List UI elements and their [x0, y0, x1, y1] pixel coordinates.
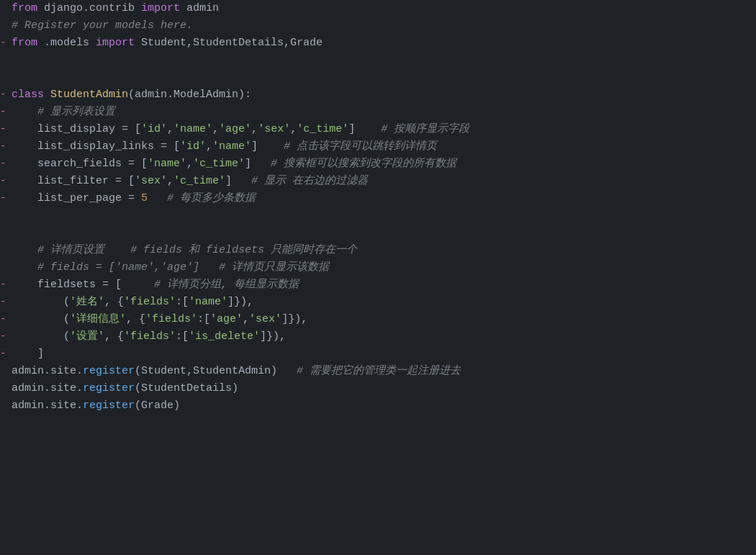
code-line: - ('详细信息', {'fields':['age','sex']}), [0, 311, 756, 328]
line-content: ('详细信息', {'fields':['age','sex']}), [9, 311, 756, 328]
token-kw-plain: ] [12, 348, 44, 360]
token-kw-string: 'name' [212, 140, 251, 153]
line-content: # Register your models here. [9, 17, 756, 34]
token-kw-comment-cn: # 搜索框可以搜索到改字段的所有数据 [271, 158, 456, 170]
token-kw-string: 'name' [189, 296, 228, 308]
token-kw-comment-cn: # fields = ['name','age'] # 详情页只显示该数据 [37, 261, 329, 274]
token-kw-plain: , [206, 140, 212, 153]
token-kw-register: register [83, 382, 135, 394]
line-content: ] [9, 346, 756, 362]
line-indicator: - [0, 139, 6, 155]
token-kw-plain: , [212, 123, 219, 135]
token-kw-plain: , [243, 313, 249, 325]
line-content: # fields = ['name','age'] # 详情页只显示该数据 [9, 259, 756, 276]
code-line: - list_display = ['id','name','age','sex… [0, 121, 756, 138]
token-kw-plain [12, 261, 37, 274]
token-kw-plain: , { [104, 296, 124, 308]
token-kw-string: 'name' [148, 158, 186, 170]
token-kw-plain [44, 89, 50, 101]
line-indicator: - [0, 104, 6, 120]
code-editor: from django.contrib import admin# Regist… [0, 0, 756, 555]
token-kw-plain: , { [104, 330, 124, 343]
token-kw-class-def: class [12, 89, 44, 101]
line-indicator: - [0, 277, 6, 293]
token-kw-plain: :[ [197, 313, 210, 325]
token-kw-plain [12, 106, 37, 118]
code-line: # 详情页设置 # fields 和 fieldsets 只能同时存在一个 [0, 242, 756, 259]
token-kw-plain: .models [37, 37, 96, 49]
token-kw-plain: fieldsets = [ [12, 279, 154, 291]
code-line: admin.site.register(Grade) [0, 397, 756, 415]
token-kw-string: '详细信息' [70, 313, 126, 325]
token-kw-plain: (admin.ModelAdmin): [128, 89, 251, 101]
line-content: search_fields = ['name','c_time'] # 搜索框可… [9, 155, 756, 172]
line-content: list_filter = ['sex','c_time'] # 显示 在右边的… [9, 173, 756, 189]
line-indicator: - [0, 294, 6, 310]
code-line: from django.contrib import admin [0, 0, 756, 17]
token-kw-plain: ] [348, 123, 381, 135]
code-line: -from .models import Student,StudentDeta… [0, 35, 756, 52]
token-kw-register: register [83, 400, 135, 412]
line-content: admin.site.register(Student,StudentAdmin… [9, 363, 756, 379]
token-kw-plain: list_display_links = [ [12, 140, 180, 153]
token-kw-string: 'is_delete' [189, 330, 260, 343]
token-kw-comment-cn: # 点击该字段可以跳转到详情页 [284, 140, 437, 153]
line-content: from .models import Student,StudentDetai… [9, 35, 756, 51]
code-line [0, 207, 756, 225]
line-indicator: - [0, 87, 6, 103]
line-content: list_per_page = 5 # 每页多少条数据 [9, 190, 756, 207]
code-line: # fields = ['name','age'] # 详情页只显示该数据 [0, 259, 756, 276]
token-kw-comment-cn: # 按顺序显示字段 [381, 123, 469, 135]
token-kw-string: 'id' [141, 123, 167, 135]
line-content [9, 52, 756, 68]
code-line [0, 225, 756, 242]
code-line: - fieldsets = [ # 详情页分组, 每组显示数据 [0, 276, 756, 294]
token-kw-comment-cn: # 显示列表设置 [37, 106, 115, 118]
token-kw-plain [12, 244, 37, 256]
line-indicator: - [0, 346, 6, 362]
line-content: fieldsets = [ # 详情页分组, 每组显示数据 [9, 276, 756, 293]
code-line: admin.site.register(StudentDetails) [0, 380, 756, 397]
token-kw-plain: django.contrib [37, 2, 141, 14]
line-content: # 显示列表设置 [9, 104, 756, 120]
token-kw-plain: admin.site. [12, 382, 83, 394]
token-kw-string: 'fields' [145, 313, 197, 325]
token-kw-comment-cn: # 每页多少条数据 [167, 192, 256, 204]
line-content: list_display = ['id','name','age','sex',… [9, 121, 756, 137]
line-content: admin.site.register(StudentDetails) [9, 380, 756, 397]
token-kw-plain: ( [12, 313, 70, 325]
token-kw-plain: ( [12, 330, 70, 343]
token-kw-keyword: import [96, 37, 135, 49]
line-content [9, 207, 756, 224]
code-line: - list_per_page = 5 # 每页多少条数据 [0, 190, 756, 207]
line-indicator: - [0, 122, 6, 137]
token-kw-comment-cn: # 详情页分组, 每组显示数据 [154, 279, 299, 291]
token-kw-plain: , [167, 123, 174, 135]
token-kw-string: '设置' [70, 330, 104, 343]
token-kw-plain: :[ [176, 330, 189, 343]
token-kw-plain: ( [12, 296, 70, 308]
token-kw-plain: admin.site. [12, 365, 83, 377]
token-kw-plain: ] [225, 175, 251, 187]
token-kw-plain [148, 192, 167, 204]
token-kw-plain: ]}), [228, 296, 253, 308]
token-kw-string: 'fields' [124, 296, 176, 308]
token-kw-plain: :[ [176, 296, 189, 308]
code-line: -class StudentAdmin(admin.ModelAdmin): [0, 86, 756, 104]
token-kw-comment-cn: # 显示 在右边的过滤器 [251, 175, 368, 187]
token-kw-plain: ]}), [260, 330, 286, 343]
token-kw-plain: , [251, 123, 258, 135]
code-line: - search_fields = ['name','c_time'] # 搜索… [0, 155, 756, 173]
token-kw-string: 'c_time' [174, 175, 225, 187]
code-line: - ] [0, 346, 756, 363]
line-content [9, 69, 756, 86]
token-kw-plain: list_display = [ [12, 123, 141, 135]
line-indicator: - [0, 329, 6, 345]
code-line: - list_filter = ['sex','c_time'] # 显示 在右… [0, 173, 756, 190]
line-indicator: - [0, 312, 6, 328]
token-kw-comment: # Register your models here. [12, 19, 193, 32]
token-kw-plain: admin [180, 2, 219, 14]
code-line [0, 69, 756, 86]
line-indicator: - [0, 35, 6, 51]
token-kw-plain: list_filter = [ [12, 175, 135, 187]
